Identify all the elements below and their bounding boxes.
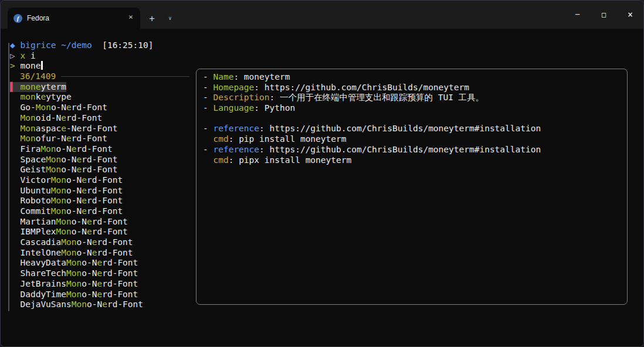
list-item[interactable]: Go-Mono-Nerd-Font (10, 103, 189, 113)
list-item[interactable]: CascadiaMono-Nerd-Font (10, 237, 189, 248)
prompt-diamond-icon: ◆ (10, 40, 15, 50)
list-item[interactable]: Monofur-Nerd-Font (10, 134, 189, 144)
list-item[interactable]: UbuntuMono-Nerd-Font (10, 186, 189, 196)
terminal-window: f Fedora × + ∨ ─ □ × ◆ bigrice ~/demo [1… (0, 0, 644, 347)
list-item[interactable]: IBMPlexMono-Nerd-Font (10, 227, 189, 237)
fzf-query-text: mone (20, 61, 40, 70)
list-item[interactable]: monkeytype (10, 92, 189, 103)
preview-line: - reference: https://github.com/ChrisBui… (203, 145, 621, 155)
preview-line: cmd: pipx install moneyterm (203, 155, 621, 166)
fzf-gutter (10, 237, 20, 247)
preview-line: - Name: moneyterm (203, 72, 621, 83)
new-tab-button[interactable]: + (144, 10, 160, 26)
fzf-gutter (10, 300, 20, 309)
fzf-gutter (10, 268, 20, 278)
list-item[interactable]: GeistMono-Nerd-Font (10, 165, 189, 175)
preview-line: - Language: Python (203, 103, 621, 114)
list-item[interactable]: Monoid-Nerd-Font (10, 113, 189, 124)
fedora-logo-icon: f (13, 14, 22, 23)
maximize-button[interactable]: □ (591, 1, 617, 29)
fzf-gutter (10, 134, 20, 143)
fzf-separator (61, 76, 189, 77)
command-arg: i (30, 51, 36, 60)
preview-line (203, 114, 621, 124)
preview-panel: - Name: moneyterm- Homepage: https://git… (196, 69, 628, 305)
list-item[interactable]: MartianMono-Nerd-Font (10, 217, 189, 227)
window-controls: ─ □ × (564, 1, 643, 29)
close-icon: × (628, 9, 633, 20)
close-button[interactable]: × (617, 1, 643, 29)
preview-content: - Name: moneyterm- Homepage: https://git… (203, 72, 621, 165)
fzf-results-list: ▌ moneyterm monkeytype Go-Mono-Nerd-Font… (10, 82, 189, 310)
list-item[interactable]: DaddyTimeMono-Nerd-Font (10, 290, 189, 300)
list-item[interactable]: FiraMono-Nerd-Font (10, 144, 189, 155)
fzf-gutter (10, 258, 20, 267)
command-arrow-icon: ▷ (10, 51, 15, 60)
fzf-gutter (10, 206, 20, 216)
fzf-gutter (10, 279, 20, 288)
list-item[interactable]: SpaceMono-Nerd-Font (10, 155, 189, 165)
tab-fedora[interactable]: f Fedora × (8, 8, 140, 29)
preview-line: - Homepage: https://github.com/ChrisBuil… (203, 83, 621, 93)
list-item[interactable]: HeavyDataMono-Nerd-Font (10, 258, 189, 268)
list-item[interactable]: ShareTechMono-Nerd-Font (10, 268, 189, 279)
fzf-pointer-icon: ▌ (10, 82, 20, 91)
fzf-pane: > mone 36/1409 ▌ moneyterm monkeytype Go… (10, 61, 189, 310)
fzf-gutter (10, 155, 20, 164)
terminal-content[interactable]: ◆ bigrice ~/demo [16:25:10] ▷ x i > mone… (1, 29, 643, 347)
fzf-match-counter: 36/1409 (20, 72, 56, 82)
titlebar: f Fedora × + ∨ ─ □ × (1, 1, 643, 29)
fzf-prompt-icon: > (10, 61, 15, 70)
fzf-gutter (10, 124, 20, 133)
fzf-gutter (10, 113, 20, 123)
minimize-button[interactable]: ─ (564, 1, 591, 29)
prompt-path: ~/demo (61, 40, 91, 50)
preview-line: cmd: pip install moneyterm (203, 134, 621, 145)
fzf-gutter (10, 290, 20, 299)
list-item[interactable]: JetBrainsMono-Nerd-Font (10, 279, 189, 290)
list-item[interactable]: CommitMono-Nerd-Font (10, 206, 189, 217)
list-item[interactable]: Monaspace-Nerd-Font (10, 124, 189, 134)
command-name: x (20, 51, 25, 60)
preview-line: - Description: 一个用于在终端中管理支出和跟踪预算的 TUI 工具… (203, 93, 621, 103)
maximize-icon: □ (602, 11, 606, 19)
prompt-username: bigrice (20, 40, 56, 50)
fzf-gutter (10, 165, 20, 174)
list-item[interactable]: ▌ moneyterm (10, 82, 189, 93)
fzf-info-line: 36/1409 (10, 72, 189, 82)
fzf-gutter (10, 227, 20, 236)
fzf-gutter (10, 144, 20, 154)
fzf-gutter (10, 175, 20, 185)
list-item[interactable]: DejaVuSansMono-Nerd-Font (10, 300, 189, 310)
fzf-gutter (10, 248, 20, 257)
list-item[interactable]: IntelOneMono-Nerd-Font (10, 248, 189, 258)
command-line: ▷ x i (10, 51, 643, 62)
tab-close-icon[interactable]: × (125, 12, 137, 24)
fzf-gutter (10, 196, 20, 205)
minimize-icon: ─ (575, 11, 579, 19)
preview-line: - reference: https://github.com/ChrisBui… (203, 124, 621, 134)
tab-title: Fedora (27, 14, 120, 22)
shell-prompt-line: ◆ bigrice ~/demo [16:25:10] (10, 40, 643, 51)
fzf-query-input[interactable]: > mone (10, 61, 189, 72)
tab-dropdown-button[interactable]: ∨ (164, 10, 177, 26)
fzf-gutter (10, 186, 20, 195)
list-item[interactable]: RobotoMono-Nerd-Font (10, 196, 189, 206)
list-item[interactable]: VictorMono-Nerd-Font (10, 175, 189, 186)
fzf-gutter (10, 103, 20, 112)
terminal-cursor (41, 61, 43, 70)
fzf-gutter (10, 217, 20, 226)
prompt-timestamp: [16:25:10] (102, 40, 153, 50)
fzf-gutter (10, 92, 20, 101)
left-scroll-indicator (8, 43, 9, 311)
